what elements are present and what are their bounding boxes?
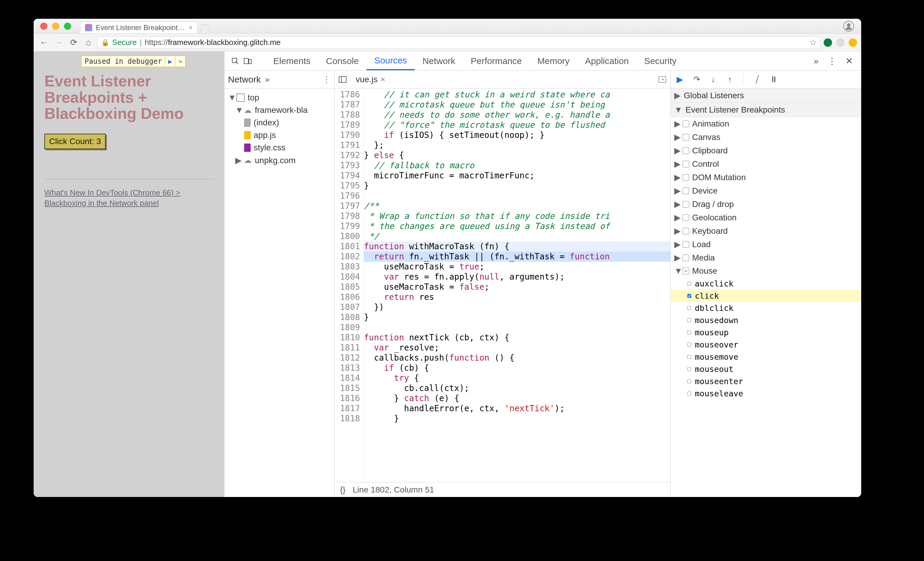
tree-item[interactable]: ▼top [227, 92, 332, 104]
category-checkbox[interactable] [682, 241, 689, 248]
toggle-debugger-pane-icon[interactable] [657, 75, 668, 84]
tree-item[interactable]: style.css [227, 141, 332, 154]
event-category[interactable]: ▶Load [670, 238, 861, 251]
event-category[interactable]: ▶Control [670, 157, 861, 171]
code-editor[interactable]: 1786178717881789179017911792179317941795… [334, 88, 670, 482]
event-checkbox[interactable] [687, 367, 691, 371]
pause-on-exceptions-icon[interactable]: ⏸ [769, 75, 779, 85]
event-breakpoint-click[interactable]: click [670, 290, 861, 302]
category-label: Control [692, 159, 719, 169]
reload-button[interactable]: ⟳ [68, 37, 80, 48]
event-category[interactable]: ▶Canvas [670, 130, 861, 144]
address-bar[interactable]: 🔒 Secure | https://framework-blackboxing… [98, 36, 821, 49]
event-checkbox[interactable] [687, 392, 691, 396]
profile-icon[interactable] [843, 21, 854, 32]
category-checkbox[interactable] [682, 201, 689, 207]
event-category-mouse[interactable]: ▼−Mouse [670, 264, 861, 278]
event-checkbox[interactable] [687, 318, 691, 322]
section-global-listeners[interactable]: ▶ Global Listeners [670, 88, 861, 103]
extension-icon[interactable] [836, 38, 844, 47]
category-checkbox[interactable] [682, 161, 689, 167]
event-breakpoint-mouseover[interactable]: mouseover [670, 339, 861, 351]
back-button[interactable]: ← [38, 37, 50, 48]
tree-item[interactable]: ▼☁framework-bla [227, 104, 332, 116]
tree-item[interactable]: (index) [227, 116, 332, 129]
event-breakpoint-auxclick[interactable]: auxclick [670, 278, 861, 290]
event-checkbox[interactable] [687, 282, 691, 285]
category-checkbox[interactable] [682, 228, 689, 234]
forward-button[interactable]: → [53, 37, 64, 48]
event-checkbox[interactable] [687, 343, 691, 346]
minimize-window-button[interactable] [52, 22, 59, 30]
step-out-icon[interactable]: ↑ [725, 75, 735, 85]
tab-security[interactable]: Security [636, 51, 684, 70]
inspect-element-icon[interactable] [229, 55, 241, 67]
event-checkbox[interactable] [687, 306, 691, 310]
step-over-icon[interactable]: ↷ [692, 75, 702, 85]
tab-console[interactable]: Console [318, 51, 366, 70]
event-breakpoint-mousemove[interactable]: mousemove [670, 351, 861, 363]
step-over-button[interactable]: ↷ [175, 57, 185, 66]
category-checkbox[interactable]: − [682, 268, 689, 274]
kebab-menu-icon[interactable]: ⋮ [825, 56, 840, 66]
tab-application[interactable]: Application [577, 51, 636, 70]
tab-memory[interactable]: Memory [530, 51, 577, 70]
event-category[interactable]: ▶Animation [670, 117, 861, 130]
resume-button[interactable]: ▶ [165, 57, 175, 66]
navigator-menu-icon[interactable]: ⋮ [322, 75, 331, 84]
more-tabs-icon[interactable]: » [811, 56, 822, 66]
event-breakpoint-dblclick[interactable]: dblclick [670, 302, 861, 314]
tab-performance[interactable]: Performance [463, 51, 530, 70]
event-checkbox[interactable] [687, 380, 691, 383]
event-category[interactable]: ▶DOM Mutation [670, 171, 861, 184]
close-file-icon[interactable]: × [380, 75, 385, 84]
tree-item[interactable]: app.js [227, 129, 332, 141]
category-label: Animation [692, 119, 729, 129]
tab-network[interactable]: Network [415, 51, 463, 70]
event-category[interactable]: ▶Keyboard [670, 224, 861, 238]
event-checkbox[interactable] [687, 294, 691, 298]
category-checkbox[interactable] [682, 214, 689, 221]
event-category[interactable]: ▶Geolocation [670, 211, 861, 224]
section-event-listener-breakpoints[interactable]: ▼ Event Listener Breakpoints [670, 103, 861, 117]
category-checkbox[interactable] [682, 147, 689, 154]
step-into-icon[interactable]: ↓ [708, 75, 718, 85]
category-checkbox[interactable] [682, 134, 689, 141]
event-category[interactable]: ▶Clipboard [670, 144, 861, 157]
event-category[interactable]: ▶Media [670, 251, 861, 264]
category-checkbox[interactable] [682, 255, 689, 261]
navigator-tab-network[interactable]: Network [228, 75, 261, 85]
tree-item[interactable]: ▶☁unpkg.com [227, 154, 332, 167]
close-window-button[interactable] [40, 22, 47, 30]
event-breakpoint-mouseout[interactable]: mouseout [670, 363, 861, 375]
event-category[interactable]: ▶Drag / drop [670, 197, 861, 211]
tab-elements[interactable]: Elements [266, 51, 318, 70]
close-devtools-icon[interactable]: ✕ [842, 56, 856, 66]
event-breakpoint-mouseenter[interactable]: mouseenter [670, 375, 861, 387]
deactivate-breakpoints-icon[interactable]: ⧸ [752, 75, 762, 85]
open-file-tab[interactable]: vue.js × [351, 73, 390, 86]
category-checkbox[interactable] [682, 174, 689, 181]
event-category[interactable]: ▶Device [670, 184, 861, 197]
event-checkbox[interactable] [687, 330, 691, 334]
toggle-navigator-icon[interactable] [338, 75, 348, 84]
device-toolbar-icon[interactable] [242, 55, 254, 67]
browser-tab-active[interactable]: Event Listener Breakpoints + B × [80, 21, 198, 33]
category-checkbox[interactable] [682, 188, 689, 194]
new-tab-button[interactable] [201, 24, 210, 33]
extension-icon[interactable] [849, 38, 857, 47]
extension-icon[interactable] [824, 38, 832, 47]
zoom-window-button[interactable] [64, 22, 71, 30]
home-button[interactable]: ⌂ [82, 37, 94, 48]
event-breakpoint-mouseleave[interactable]: mouseleave [670, 387, 861, 400]
tab-sources[interactable]: Sources [366, 51, 415, 70]
event-checkbox[interactable] [687, 355, 691, 359]
resume-icon[interactable]: ▶ [675, 75, 685, 85]
event-breakpoint-mouseup[interactable]: mouseup [670, 326, 861, 339]
category-checkbox[interactable] [682, 121, 689, 127]
event-breakpoint-mousedown[interactable]: mousedown [670, 314, 861, 326]
bookmark-star-icon[interactable]: ☆ [809, 38, 817, 47]
close-tab-icon[interactable]: × [189, 24, 193, 32]
braces-icon[interactable]: {} [340, 485, 346, 495]
navigator-more-icon[interactable]: » [265, 75, 270, 84]
